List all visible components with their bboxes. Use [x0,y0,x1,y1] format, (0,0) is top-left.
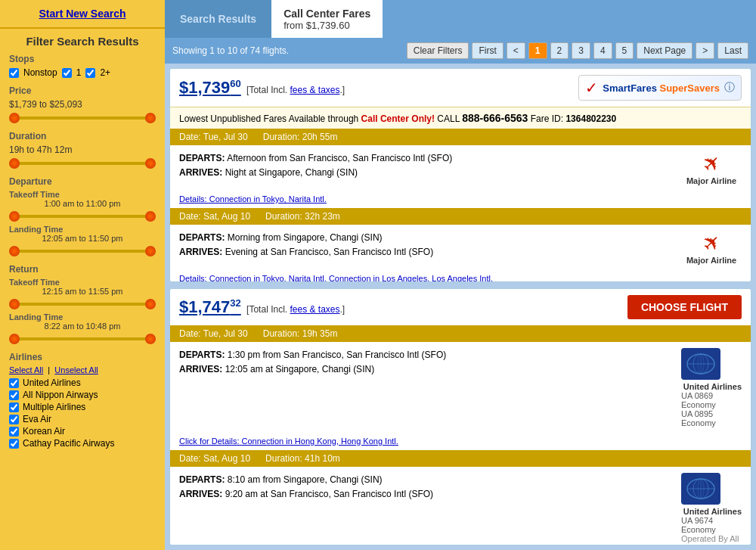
nonstop-label: Nonstop [23,67,57,78]
airline-checkbox-4[interactable] [9,427,19,437]
airline-row-2: Multiple Airlines [9,402,156,412]
page-4-btn[interactable]: 4 [593,42,612,59]
tab-call-center-title: Call Center Fares [284,8,370,20]
airline-checkbox-5[interactable] [9,439,19,449]
one-stop-checkbox[interactable] [62,68,72,78]
start-new-search-link[interactable]: Start New Search [39,8,125,20]
leg-1-connection: Details: Connection in Tokyo, Narita Int… [170,191,751,208]
fees-taxes-link-2[interactable]: fees & taxes [290,304,339,315]
departure-label: Departure [9,176,156,187]
flight-1-leg-1-details: DEPARTS: Afternoon from San Francisco, S… [170,145,751,191]
airline-row-3: Eva Air [9,414,156,424]
airline-label-0: United Airlines [23,378,81,388]
clear-filters-btn[interactable]: Clear Filters [407,42,469,59]
flight-2-header: $1,74732 [Total Incl. fees & taxes.] CHO… [170,289,751,325]
return-takeoff-label: Takeoff Time [9,278,156,287]
takeoff-time-range: 1:00 am to 11:00 pm [9,199,156,208]
return-landing-slider[interactable] [9,334,156,344]
f2-leg-1-departs: DEPARTS: 1:30 pm from San Francisco, San… [179,348,674,362]
first-btn[interactable]: First [472,42,503,59]
airline-checkbox-1[interactable] [9,390,19,400]
page-3-btn[interactable]: 3 [572,42,590,59]
results-area: $1,73960 [Total Incl. fees & taxes.] ✓ S… [165,64,756,550]
leg-1-arrives: ARRIVES: Night at Singapore, Changi (SIN… [179,166,674,180]
nonstop-checkbox[interactable] [9,68,19,78]
flight-card-1: $1,73960 [Total Incl. fees & taxes.] ✓ S… [169,68,751,282]
two-plus-checkbox[interactable] [85,68,95,78]
f2-leg-1-duration: Duration: 19h 35m [263,328,338,339]
next-arrow-btn[interactable]: > [696,42,714,59]
airline-checkbox-2[interactable] [9,402,19,412]
flight-1-price-note: [Total Incl. fees & taxes.] [246,85,345,95]
price-label: Price [9,85,156,96]
duration-slider[interactable] [9,158,156,169]
showing-text: Showing 1 to 10 of 74 flights. [172,45,404,56]
airline-row-4: Korean Air [9,426,156,437]
filter-title: Filter Search Results [9,35,156,48]
page-1-btn[interactable]: 1 [528,42,547,59]
flight-2-leg-1-date: Date: Tue, Jul 30 Duration: 19h 35m [170,325,751,342]
next-page-btn[interactable]: Next Page [637,42,692,59]
return-landing-range: 8:22 am to 10:48 pm [9,322,156,331]
choose-flight-button[interactable]: CHOOSE FLIGHT [627,295,742,319]
price-range: $1,739 to $25,093 [9,99,156,110]
flight-2-price[interactable]: $1,74732 [179,297,241,316]
f2-leg-1-airline-name: United Airlines [681,382,742,391]
leg-2-connection: Details: Connection in Tokyo, Narita Int… [170,271,751,282]
prev-btn[interactable]: < [507,42,525,59]
f2-leg-1-sub-2: UA 0895 Economy [681,409,742,427]
flight-2-price-note: [Total Incl. fees & taxes.] [246,304,345,315]
smartfares-logo: ✓ SmartFares SuperSavers ⓘ [578,75,742,101]
tab-search-results[interactable]: Search Results [165,0,271,38]
f2-leg-1-date: Date: Tue, Jul 30 [179,328,248,339]
leg-2-departs: DEPARTS: Morning from Singapore, Changi … [179,231,674,245]
call-only-label: Call Center Only! [361,113,435,124]
two-plus-label: 2+ [100,67,110,78]
flight-2-leg-2-date: Date: Sat, Aug 10 Duration: 41h 10m [170,450,751,467]
filter-section: Filter Search Results Stops Nonstop 1 2+… [0,29,165,550]
select-all-link[interactable]: Select All [9,365,43,374]
airline-label-5: Cathay Pacific Airways [23,438,114,449]
flight-2-leg-1: DEPARTS: 1:30 pm from San Francisco, San… [179,348,742,427]
f2-leg-2-sub-2: Operated By All Nippon Airways [681,534,742,545]
call-center-info: Lowest Unpublished Fares Available throu… [170,107,751,129]
airlines-list: United AirlinesAll Nippon AirwaysMultipl… [9,378,156,449]
return-takeoff-slider[interactable] [9,299,156,309]
flight-1-price[interactable]: $1,73960 [179,78,241,97]
price-slider[interactable] [9,113,156,123]
last-btn[interactable]: Last [717,42,748,59]
f2-leg-1-airline: United Airlines UA 0869 Economy UA 0895 … [681,348,742,427]
stops-filter: Stops Nonstop 1 2+ [9,54,156,78]
tab-call-center[interactable]: Call Center Fares from $1,739.60 [271,0,383,38]
airline-checkbox-0[interactable] [9,378,19,388]
flight-leg-1: DEPARTS: Afternoon from San Francisco, S… [179,151,742,185]
airlines-links: Select All | Unselect All [9,365,156,374]
call-text: Lowest Unpublished Fares Available throu… [179,113,361,124]
united-airlines-logo-1 [681,348,720,380]
price-filter: Price $1,739 to $25,093 [9,85,156,123]
fees-taxes-link-1[interactable]: fees & taxes [290,85,339,95]
stops-label: Stops [9,54,156,64]
info-icon[interactable]: ⓘ [724,81,735,95]
flight-leg-2: DEPARTS: Morning from Singapore, Changi … [179,231,742,265]
takeoff-slider[interactable] [9,211,156,222]
page-2-btn[interactable]: 2 [550,42,569,59]
check-icon: ✓ [585,79,598,97]
flight-1-leg-2-details: DEPARTS: Morning from Singapore, Changi … [170,225,751,271]
call-word: CALL [437,113,462,124]
f2-leg-2-departs: DEPARTS: 8:10 am from Singapore, Changi … [179,473,674,487]
landing-slider[interactable] [9,246,156,256]
fare-id: 1364802230 [565,113,616,124]
united-airlines-logo-2 [681,473,720,505]
airline-checkbox-3[interactable] [9,415,19,424]
leg-1-duration: Duration: 20h 55m [263,132,338,142]
f2-leg-2-duration: Duration: 41h 10m [265,453,340,464]
return-filter: Return Takeoff Time 12:15 am to 11:55 pm… [9,264,156,344]
unselect-all-link[interactable]: Unselect All [54,365,98,374]
page-5-btn[interactable]: 5 [615,42,634,59]
leg-2-date: Date: Sat, Aug 10 [179,211,250,222]
departure-filter: Departure Takeoff Time 1:00 am to 11:00 … [9,176,156,256]
smartfares-text: SmartFares SuperSavers [603,82,720,94]
plane-icon-1: ✈ [696,149,727,179]
f2-leg-1-connection[interactable]: Click for Details: Connection in Hong Ko… [170,433,751,450]
